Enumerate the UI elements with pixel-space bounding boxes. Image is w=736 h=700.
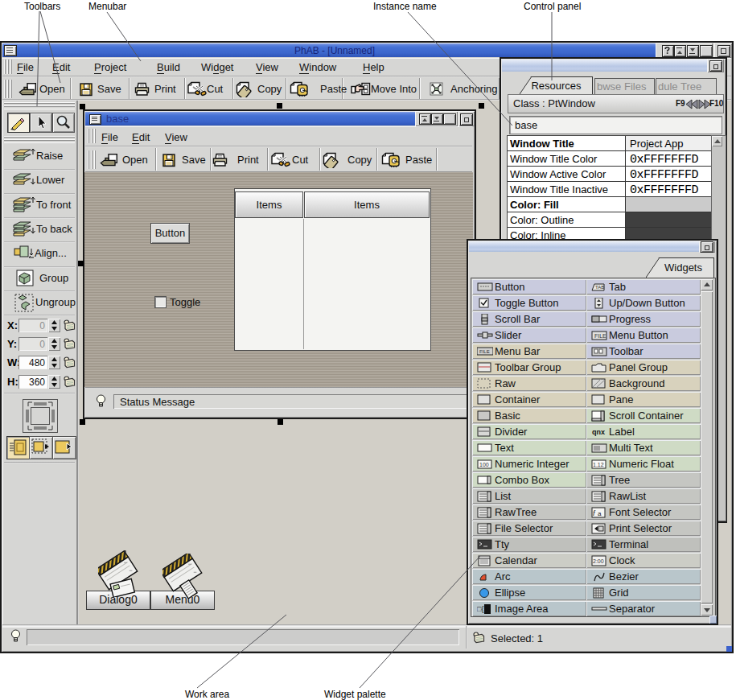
svg-text:TAB: TAB <box>595 285 604 290</box>
svg-text:qnx: qnx <box>592 428 605 436</box>
svg-text:Control panel: Control panel <box>524 1 581 12</box>
svg-text:FILE: FILE <box>479 349 490 354</box>
svg-text:Widget palette: Widget palette <box>324 689 386 700</box>
svg-text:□{: □{ <box>477 605 483 613</box>
svg-text:Menubar: Menubar <box>88 1 126 12</box>
svg-text:Work area: Work area <box>185 689 229 700</box>
svg-text:Toolbars: Toolbars <box>24 1 60 12</box>
svg-text:FILE: FILE <box>594 333 606 339</box>
svg-text:100: 100 <box>479 462 489 467</box>
svg-text:2:00: 2:00 <box>593 558 604 564</box>
svg-text:1.12: 1.12 <box>593 462 604 467</box>
svg-text:Instance name: Instance name <box>373 1 437 12</box>
svg-text:a: a <box>598 510 602 517</box>
